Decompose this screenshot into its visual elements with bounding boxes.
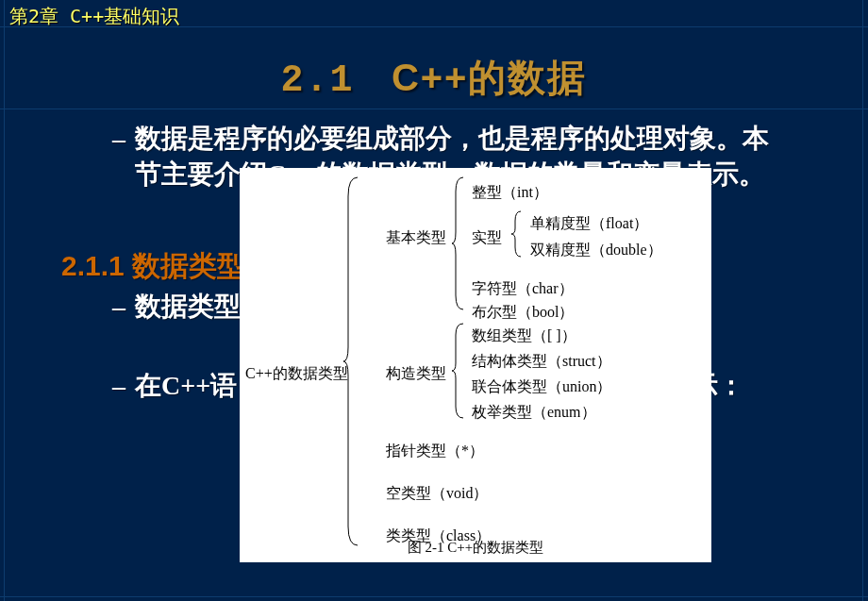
diagram-int-label: 整型（int） bbox=[472, 183, 548, 203]
diagram-basic-label: 基本类型 bbox=[386, 228, 446, 248]
diagram-caption: 图 2-1 C++的数据类型 bbox=[240, 539, 711, 557]
section-title-text: C++的数据 bbox=[392, 57, 588, 98]
diagram-struct-label: 结构体类型（struct） bbox=[472, 352, 611, 372]
diagram-bool-label: 布尔型（bool） bbox=[472, 303, 574, 323]
diagram-union-label: 联合体类型（union） bbox=[472, 377, 611, 397]
subsection-heading: 2.1.1 数据类型 bbox=[61, 247, 245, 286]
diagram-construct-label: 构造类型 bbox=[386, 364, 446, 384]
diagram-enum-label: 枚举类型（enum） bbox=[472, 403, 596, 423]
section-title: 2.1 C++的数据 bbox=[0, 52, 868, 104]
diagram-root-label: C++的数据类型 bbox=[245, 364, 348, 384]
brace-icon bbox=[452, 177, 467, 309]
diagram-pointer-label: 指针类型（*） bbox=[386, 442, 484, 461]
brace-icon bbox=[511, 211, 525, 257]
diagram-float-label: 单精度型（float） bbox=[530, 214, 648, 234]
type-hierarchy-diagram: C++的数据类型 基本类型 整型（int） 实型 单精度型（float） 双精度… bbox=[240, 168, 711, 562]
diagram-char-label: 字符型（char） bbox=[472, 279, 574, 299]
chapter-label: 第2章 C++基础知识 bbox=[9, 4, 179, 29]
section-number: 2.1 bbox=[281, 59, 355, 102]
diagram-double-label: 双精度型（double） bbox=[530, 241, 662, 260]
diagram-void-label: 空类型（void） bbox=[386, 484, 488, 504]
brace-icon bbox=[343, 177, 362, 545]
brace-icon bbox=[452, 324, 467, 418]
diagram-array-label: 数组类型（[ ]） bbox=[472, 326, 576, 346]
diagram-real-label: 实型 bbox=[472, 228, 502, 248]
